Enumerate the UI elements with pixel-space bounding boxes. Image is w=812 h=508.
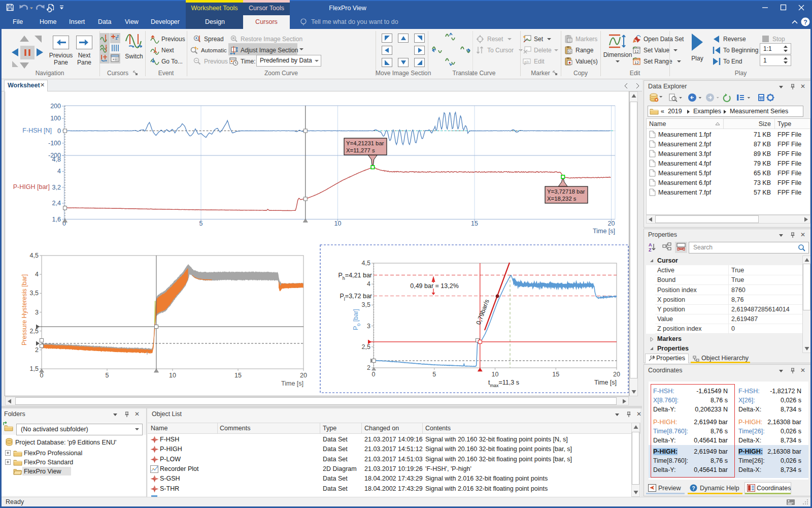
svg-text:?: ? xyxy=(692,486,695,491)
svg-text:2,4: 2,4 xyxy=(52,200,61,207)
svg-text:a|b: a|b xyxy=(524,60,529,64)
svg-text:X=18,232 s: X=18,232 s xyxy=(547,196,577,202)
svg-text:4: 4 xyxy=(57,168,61,175)
svg-text:20: 20 xyxy=(613,371,620,378)
svg-text:2,5: 2,5 xyxy=(30,328,39,335)
svg-text:Y=3,72718 bar: Y=3,72718 bar xyxy=(547,188,585,195)
svg-text:Time [s]: Time [s] xyxy=(281,380,303,387)
svg-text:3,2: 3,2 xyxy=(52,184,61,191)
svg-text:Time [s]: Time [s] xyxy=(593,228,615,235)
svg-text:10: 10 xyxy=(169,372,176,379)
svg-text:2: 2 xyxy=(117,35,119,38)
svg-text:0,49 bar = 13,2%: 0,49 bar = 13,2% xyxy=(410,282,459,290)
svg-text:Z: Z xyxy=(649,247,652,252)
svg-text:20: 20 xyxy=(300,372,307,379)
svg-text:tmax=11,3 s: tmax=11,3 s xyxy=(488,379,519,388)
svg-text:0: 0 xyxy=(372,371,376,378)
svg-text:4,5: 4,5 xyxy=(362,260,370,267)
svg-text:-100: -100 xyxy=(48,140,61,147)
svg-text:10: 10 xyxy=(492,371,499,378)
svg-text:P-HIGH [bar]: P-HIGH [bar] xyxy=(13,183,50,190)
svg-text:2: 2 xyxy=(35,346,39,354)
svg-text:1,6: 1,6 xyxy=(52,216,61,223)
svg-text:0: 0 xyxy=(57,128,61,135)
svg-text:4,8: 4,8 xyxy=(52,156,61,163)
svg-text:A: A xyxy=(649,242,652,247)
svg-text:4: 4 xyxy=(367,280,370,288)
svg-text:3,5: 3,5 xyxy=(30,290,39,297)
svg-text:15: 15 xyxy=(471,220,478,227)
svg-text:5: 5 xyxy=(106,372,109,379)
svg-text:?: ? xyxy=(803,19,807,26)
svg-text:F-HSH [N]: F-HSH [N] xyxy=(22,127,52,134)
svg-text:12: 12 xyxy=(634,60,639,65)
svg-text:20: 20 xyxy=(608,220,615,227)
svg-text:2,5: 2,5 xyxy=(362,343,370,351)
svg-text:Ph=4,21 bar: Ph=4,21 bar xyxy=(338,272,372,281)
svg-text:100: 100 xyxy=(50,115,61,122)
svg-text:P0 [bar]: P0 [bar] xyxy=(352,309,361,330)
svg-text:3: 3 xyxy=(35,309,39,316)
svg-text:200: 200 xyxy=(50,103,61,110)
svg-text:5: 5 xyxy=(199,220,203,227)
svg-text:2: 2 xyxy=(367,364,370,371)
svg-text:Y=4,21231 bar: Y=4,21231 bar xyxy=(346,140,384,146)
svg-text:3,5: 3,5 xyxy=(362,301,370,308)
svg-text:X=11,277 s: X=11,277 s xyxy=(346,147,375,153)
svg-text:4: 4 xyxy=(35,271,39,278)
svg-text:1,5: 1,5 xyxy=(30,365,39,372)
svg-text:Pressure Hysteresis [bar]: Pressure Hysteresis [bar] xyxy=(21,274,28,345)
svg-text:5: 5 xyxy=(432,371,436,378)
svg-text:3: 3 xyxy=(367,323,370,330)
svg-text:Pl=3,72 bar: Pl=3,72 bar xyxy=(340,293,372,302)
svg-text:4,5: 4,5 xyxy=(30,252,39,259)
svg-text:10: 10 xyxy=(334,220,342,227)
svg-text:0: 0 xyxy=(40,372,44,379)
svg-text:Time [s]: Time [s] xyxy=(594,379,617,386)
svg-text:15: 15 xyxy=(552,371,559,378)
svg-text:12: 12 xyxy=(634,49,639,54)
svg-text:15: 15 xyxy=(234,372,242,379)
